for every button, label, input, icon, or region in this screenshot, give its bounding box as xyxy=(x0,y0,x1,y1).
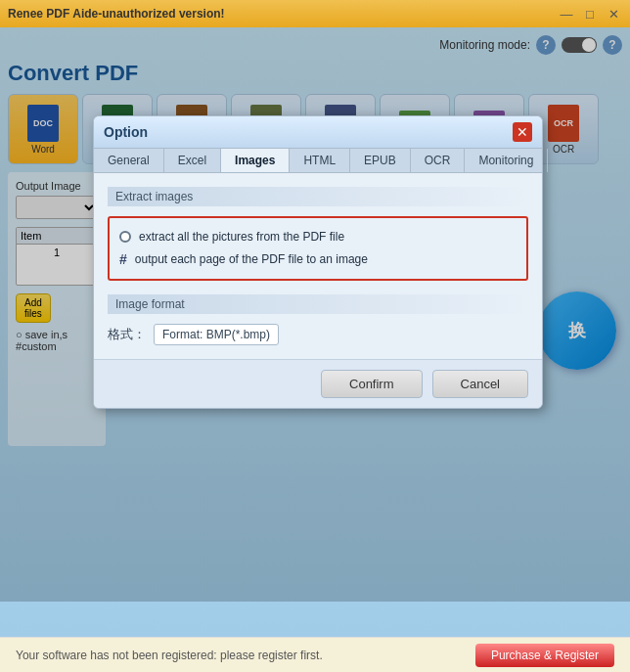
modal-title-bar: Option ✕ xyxy=(94,116,542,149)
modal-tabs: General Excel Images HTML EPUB OCR Monit… xyxy=(94,149,542,173)
cancel-button[interactable]: Cancel xyxy=(432,370,528,398)
radio-extract-label: extract all the pictures from the PDF fi… xyxy=(139,230,344,244)
status-bar: Your software has not been registered: p… xyxy=(0,637,630,672)
confirm-button[interactable]: Confirm xyxy=(321,370,423,398)
extract-images-label: Extract images xyxy=(108,187,528,206)
modal-body: Extract images extract all the pictures … xyxy=(94,173,542,359)
image-format-label: Image format xyxy=(108,294,528,314)
modal-title: Option xyxy=(104,124,148,140)
tab-general[interactable]: General xyxy=(94,149,164,172)
format-label-cn: 格式： xyxy=(108,326,146,343)
radio-group: extract all the pictures from the PDF fi… xyxy=(108,216,528,281)
tab-excel[interactable]: Excel xyxy=(164,149,221,172)
tab-html[interactable]: HTML xyxy=(290,149,350,172)
minimize-button[interactable]: — xyxy=(558,5,575,22)
radio-output-label: output each page of the PDF file to an i… xyxy=(135,252,368,266)
tab-images[interactable]: Images xyxy=(221,149,290,172)
title-bar-controls: — □ ✕ xyxy=(558,5,622,22)
app-body: Monitoring mode: ? ? Convert PDF DOC Wor… xyxy=(0,27,630,637)
tab-epub[interactable]: EPUB xyxy=(350,149,411,172)
format-select[interactable]: Format: BMP(*.bmp) xyxy=(154,324,279,345)
modal-footer: Confirm Cancel xyxy=(94,359,542,408)
radio-item-output: # output each page of the PDF file to an… xyxy=(119,247,517,271)
modal-overlay: Option ✕ General Excel Images HTML EPUB … xyxy=(0,27,630,602)
tab-ocr[interactable]: OCR xyxy=(411,149,466,172)
title-bar: Renee PDF Aide-unauthorized version! — □… xyxy=(0,0,630,27)
title-bar-text: Renee PDF Aide-unauthorized version! xyxy=(8,7,225,21)
status-bar-text: Your software has not been registered: p… xyxy=(16,649,323,662)
option-dialog: Option ✕ General Excel Images HTML EPUB … xyxy=(93,115,543,409)
close-button[interactable]: ✕ xyxy=(605,5,622,22)
maximize-button[interactable]: □ xyxy=(581,5,599,22)
format-value: Format: BMP(*.bmp) xyxy=(162,328,270,341)
format-label-row: 格式： Format: BMP(*.bmp) xyxy=(108,324,528,345)
image-format-section: Image format 格式： Format: BMP(*.bmp) xyxy=(108,294,528,345)
radio-item-extract: extract all the pictures from the PDF fi… xyxy=(119,226,517,247)
modal-close-button[interactable]: ✕ xyxy=(513,122,532,142)
hash-output-icon: # xyxy=(119,251,127,267)
radio-extract-pictures[interactable] xyxy=(119,231,131,243)
register-button[interactable]: Purchase & Register xyxy=(475,644,614,667)
tab-monitoring[interactable]: Monitoring xyxy=(465,149,548,172)
